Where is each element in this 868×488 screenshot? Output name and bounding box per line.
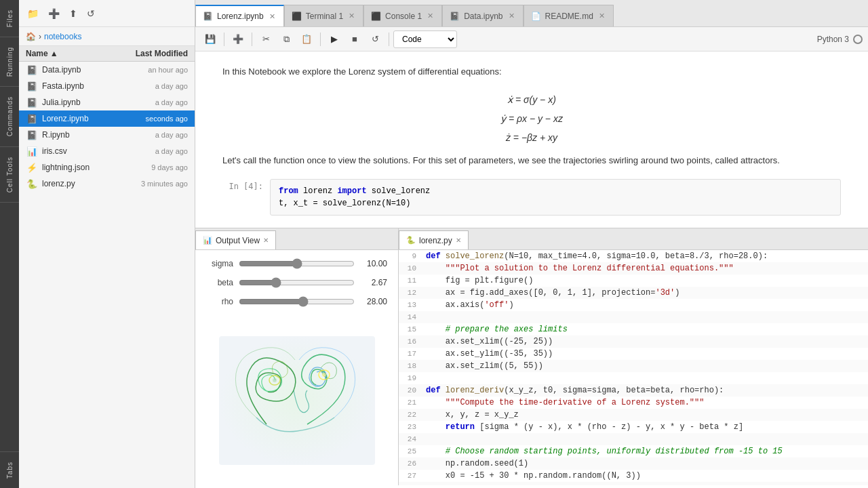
stop-button[interactable]: ■ [345,30,364,48]
text-cell-1: In this Notebook we explore the Lorenz s… [222,65,841,79]
lorenz-py-tab[interactable]: 🐍 lorenz.py ✕ [399,230,469,249]
tab-close-button[interactable]: ✕ [268,12,277,21]
tab-label: Console 1 [385,12,422,21]
file-item[interactable]: ⚡ lightning.json 9 days ago [19,159,195,176]
code-editor[interactable]: 9 def solve_lorenz(N=10, max_time=4.0, s… [399,250,868,485]
code-line: 18 ax.set_zlim((5, 55)) [399,360,868,372]
refresh-button[interactable]: ↺ [84,7,98,20]
tab-icon: 📓 [450,12,460,21]
commands-section[interactable]: Commands [0,87,19,146]
code-line: 24 [399,433,868,445]
bottom-panels: 📊 Output View ✕ sigma 10.00 beta 2.67 [195,228,868,485]
tab-close-button[interactable]: ✕ [597,12,606,20]
line-content [423,482,868,485]
file-type-icon: 📊 [26,145,38,157]
commands-label[interactable]: Commands [5,92,15,140]
rho-slider-row: rho 28.00 [206,296,387,307]
file-item[interactable]: 🐍 lorenz.py 3 minutes ago [19,176,195,192]
tab-terminal-1[interactable]: ⬛ Terminal 1 ✕ [284,5,363,26]
file-modified-time: a day ago [120,131,188,139]
file-type-icon: 🐍 [26,178,38,190]
line-content: fig = plt.figure() [423,274,868,287]
code-line: 10 """Plot a solution to the Lorenz diff… [399,262,868,274]
file-item[interactable]: 📓 Lorenz.ipynb seconds ago [19,110,195,127]
cell-type-select[interactable]: Code Markdown Raw [393,30,457,48]
output-tab-close[interactable]: ✕ [263,237,269,244]
file-item[interactable]: 📓 R.ipynb a day ago [19,127,195,143]
code-line: 15 # prepare the axes limits [399,323,868,336]
line-number: 20 [399,384,423,396]
tab-close-button[interactable]: ✕ [426,12,435,20]
code-tab-close-button[interactable]: ✕ [456,237,461,244]
sigma-value: 10.00 [360,259,387,268]
rho-label: rho [206,297,233,306]
cell-input[interactable]: from lorenz import solve_lorenz t, x_t =… [270,179,841,216]
paste-button[interactable]: 📋 [297,30,316,48]
new-folder-button[interactable]: 📁 [24,7,41,20]
line-content [423,372,868,384]
file-item[interactable]: 📓 Fasta.ipynb a day ago [19,78,195,94]
tab-close-button[interactable]: ✕ [507,12,516,20]
file-modified-time: a day ago [120,147,188,155]
file-name-label: lightning.json [42,163,120,172]
sort-icon: ▲ [50,49,58,58]
cell-tools-section[interactable]: Cell Tools [0,147,19,203]
file-modified-time: seconds ago [120,115,188,123]
upload-button[interactable]: ⬆ [66,7,80,20]
line-content: x, y, z = x_y_z [423,409,868,421]
run-button[interactable]: ▶ [325,30,344,48]
file-list-header: Name ▲ Last Modified [19,46,195,62]
tab-lorenz-ipynb[interactable]: 📓 Lorenz.ipynb ✕ [195,5,284,26]
file-name-label: lorenz.py [42,179,120,188]
line-number: 11 [399,274,423,287]
tab-console-1[interactable]: ⬛ Console 1 ✕ [363,5,442,26]
beta-slider[interactable] [239,277,355,288]
copy-button[interactable]: ⧉ [277,30,296,48]
line-number: 28 [399,482,423,485]
tab-readme-md[interactable]: 📄 README.md ✕ [524,5,614,26]
line-number: 27 [399,470,423,482]
svg-rect-0 [219,336,375,465]
cut-button[interactable]: ✂ [256,30,275,48]
code-line: 21 """Compute the time-derivative of a L… [399,396,868,409]
file-modified-time: an hour ago [120,66,188,74]
tab-close-button[interactable]: ✕ [347,12,356,20]
tab-data-ipynb[interactable]: 📓 Data.ipynb ✕ [442,5,523,26]
file-item[interactable]: 📊 iris.csv a day ago [19,143,195,159]
tabs-section[interactable]: Tabs [0,451,19,488]
file-item[interactable]: 📓 Data.ipynb an hour ago [19,62,195,78]
tabs-label[interactable]: Tabs [5,458,15,483]
add-cell-button[interactable]: ➕ [229,30,248,48]
sigma-slider[interactable] [239,258,355,269]
home-icon[interactable]: 🏠 [26,32,36,41]
files-label[interactable]: Files [5,5,15,31]
code-line: 27 x0 = -15 + 30 * np.random.random((N, … [399,470,868,482]
breadcrumb-notebooks[interactable]: notebooks [44,32,81,41]
code-line: 9 def solve_lorenz(N=10, max_time=4.0, s… [399,250,868,262]
code-line: 11 fig = plt.figure() [399,274,868,287]
code-line: 23 return [sigma * (y - x), x * (rho - z… [399,421,868,433]
file-name-label: Lorenz.ipynb [42,114,120,123]
line-content: ax = fig.add_axes([0, 0, 1, 1], projecti… [423,287,868,299]
running-label[interactable]: Running [5,43,15,81]
restart-button[interactable]: ↺ [366,30,384,48]
line-content: ax.set_ylim((-35, 35)) [423,348,868,360]
python-file-icon: 🐍 [406,236,416,245]
equation-3: ż = −βz + xy [222,128,841,147]
line-content: return [sigma * (y - x), x * (rho - z) -… [423,421,868,433]
cell-tools-label[interactable]: Cell Tools [5,152,15,197]
output-view-tab[interactable]: 📊 Output View ✕ [195,230,276,249]
new-file-button[interactable]: ➕ [45,7,62,20]
tab-icon: ⬛ [292,12,302,21]
running-section[interactable]: Running [0,37,19,87]
breadcrumb: 🏠 › notebooks [19,27,195,46]
file-item[interactable]: 📓 Julia.ipynb a day ago [19,94,195,110]
kernel-label: Python 3 [817,35,849,44]
name-column-header[interactable]: Name ▲ [26,49,113,58]
svg-point-4 [322,373,326,377]
file-type-icon: 📓 [26,113,38,125]
files-section[interactable]: Files [0,0,19,37]
rho-slider[interactable] [239,296,355,307]
save-button[interactable]: 💾 [201,30,220,48]
line-content: ax.axis('off') [423,299,868,311]
